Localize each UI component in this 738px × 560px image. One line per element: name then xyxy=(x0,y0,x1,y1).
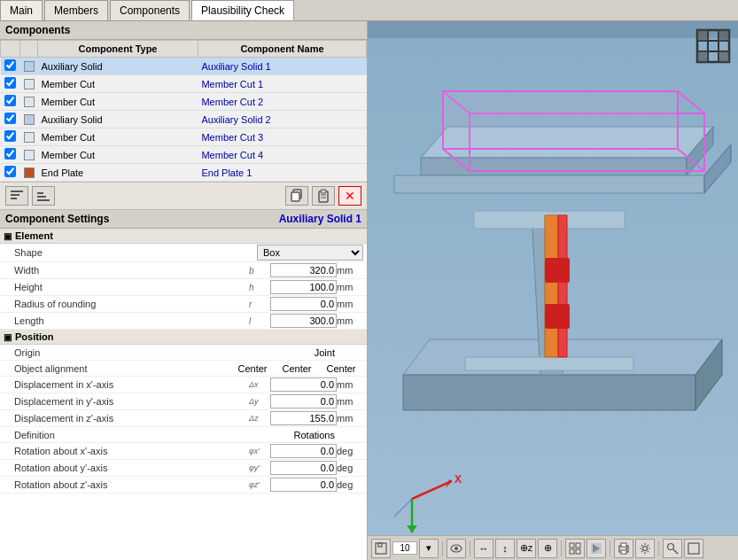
origin-row: Origin Joint xyxy=(0,345,367,361)
table-row[interactable]: Auxiliary Solid Auxiliary Solid 2 xyxy=(1,111,367,128)
radius-symbol: r xyxy=(249,299,270,309)
right-panel[interactable]: X Z ▾ ↔ ↕ ⊕z ⊕ xyxy=(368,21,738,560)
tab-main[interactable]: Main xyxy=(0,0,43,20)
row-type: Auxiliary Solid xyxy=(38,111,198,128)
vp-home-btn[interactable] xyxy=(371,539,391,558)
svg-point-68 xyxy=(643,546,648,550)
copy-btn[interactable] xyxy=(285,186,308,206)
vp-zoom-dropdown[interactable]: ▾ xyxy=(419,539,439,558)
disp-x-unit: mm xyxy=(337,379,363,390)
definition-label: Definition xyxy=(14,430,245,440)
rot-y-symbol: φy' xyxy=(249,463,270,472)
table-row[interactable]: Auxiliary Solid Auxiliary Solid 1 xyxy=(1,58,367,75)
vp-views-btn[interactable] xyxy=(565,539,585,558)
svg-rect-42 xyxy=(545,304,570,329)
vp-print-btn[interactable] xyxy=(614,539,633,558)
tab-components[interactable]: Components xyxy=(110,0,190,20)
settings-header: Component Settings Auxiliary Solid 1 xyxy=(0,210,367,229)
move-down-btn[interactable] xyxy=(32,186,55,206)
rot-x-symbol: φx' xyxy=(249,447,270,455)
alignment-col1: Center xyxy=(230,363,275,374)
shape-select-container: Box Cylinder Sphere xyxy=(257,245,363,261)
row-color xyxy=(20,75,38,93)
row-name: Member Cut 1 xyxy=(198,75,366,93)
table-row[interactable]: Member Cut Member Cut 3 xyxy=(1,128,367,146)
vp-tz-btn[interactable]: ⊕z xyxy=(517,539,536,558)
element-group-header[interactable]: ▣ Element xyxy=(0,229,367,244)
row-name: Member Cut 3 xyxy=(198,128,366,146)
shape-select[interactable]: Box Cylinder Sphere xyxy=(257,245,363,261)
rot-z-input[interactable] xyxy=(270,478,337,492)
vp-render-btn[interactable] xyxy=(587,539,606,558)
length-input[interactable] xyxy=(270,314,337,328)
vp-rz-btn[interactable]: ⊕ xyxy=(538,539,557,558)
row-type: Member Cut xyxy=(38,75,198,93)
svg-rect-60 xyxy=(570,549,574,554)
disp-x-input[interactable] xyxy=(270,377,337,392)
delete-btn[interactable]: ✕ xyxy=(338,186,361,206)
components-scroll[interactable]: Component Type Component Name Auxiliary … xyxy=(0,40,367,182)
row-checkbox[interactable] xyxy=(1,146,20,164)
radius-input[interactable] xyxy=(270,297,337,311)
vp-tx-btn[interactable]: ↔ xyxy=(474,539,493,558)
height-input[interactable] xyxy=(270,280,337,294)
row-checkbox[interactable] xyxy=(1,111,20,128)
position-collapse-icon[interactable]: ▣ xyxy=(4,332,12,342)
element-collapse-icon[interactable]: ▣ xyxy=(4,231,12,241)
disp-y-input[interactable] xyxy=(270,394,337,408)
color-swatch xyxy=(24,79,35,89)
move-up-btn[interactable] xyxy=(5,186,28,206)
row-checkbox[interactable] xyxy=(1,58,20,75)
rot-z-row: Rotation about z'-axis φz' deg xyxy=(0,477,367,494)
rot-z-symbol: φz' xyxy=(249,480,270,489)
3d-scene: X Z xyxy=(368,21,738,560)
vp-zoom-input[interactable] xyxy=(392,541,417,555)
svg-rect-58 xyxy=(570,543,574,548)
vp-settings-btn[interactable] xyxy=(635,539,655,558)
element-group-label: Element xyxy=(15,230,53,241)
height-symbol: h xyxy=(249,283,270,292)
position-group-header[interactable]: ▣ Position xyxy=(0,330,367,345)
disp-x-label: Displacement in x'-axis xyxy=(14,379,249,390)
row-checkbox[interactable] xyxy=(1,75,20,93)
row-color xyxy=(20,111,38,128)
row-checkbox[interactable] xyxy=(1,93,20,111)
svg-rect-18 xyxy=(719,30,729,41)
rot-y-unit: deg xyxy=(337,463,363,473)
rot-y-input[interactable] xyxy=(270,461,337,475)
vp-ty-btn[interactable]: ↕ xyxy=(495,539,515,558)
color-swatch xyxy=(24,132,35,143)
vp-zoom-fit-btn[interactable] xyxy=(663,539,682,558)
table-row[interactable]: Member Cut Member Cut 2 xyxy=(1,93,367,111)
col-type: Component Type xyxy=(38,41,198,58)
definition-value: Rotations xyxy=(266,430,337,440)
rot-x-input[interactable] xyxy=(270,444,337,458)
origin-value: Joint xyxy=(266,347,337,358)
vp-blank-btn[interactable] xyxy=(684,539,703,558)
table-row[interactable]: Member Cut Member Cut 4 xyxy=(1,146,367,164)
settings-title: Component Settings xyxy=(5,213,109,225)
svg-marker-40 xyxy=(558,215,567,357)
length-symbol: l xyxy=(249,316,270,326)
svg-rect-55 xyxy=(378,543,382,547)
paste-btn[interactable] xyxy=(312,186,335,206)
svg-rect-65 xyxy=(621,543,626,547)
main-layout: Components Component Type Component Name xyxy=(0,21,738,560)
row-type: Member Cut xyxy=(38,128,198,146)
row-checkbox[interactable] xyxy=(1,164,20,182)
row-checkbox[interactable] xyxy=(1,128,20,146)
color-swatch xyxy=(24,167,35,178)
tab-members[interactable]: Members xyxy=(44,0,108,20)
vp-eye-btn[interactable] xyxy=(447,539,466,558)
table-row[interactable]: End Plate End Plate 1 xyxy=(1,164,367,182)
svg-marker-39 xyxy=(545,215,558,357)
tab-plausibility[interactable]: Plausibility Check xyxy=(191,0,294,20)
width-input[interactable] xyxy=(270,263,337,277)
table-row[interactable]: Member Cut Member Cut 1 xyxy=(1,75,367,93)
row-type: Member Cut xyxy=(38,146,198,164)
disp-x-row: Displacement in x'-axis Δx mm xyxy=(0,377,367,393)
disp-z-input[interactable] xyxy=(270,411,337,425)
svg-marker-23 xyxy=(403,375,695,410)
svg-point-67 xyxy=(625,548,627,549)
alignment-row: Object alignment Center Center Center xyxy=(0,361,367,377)
